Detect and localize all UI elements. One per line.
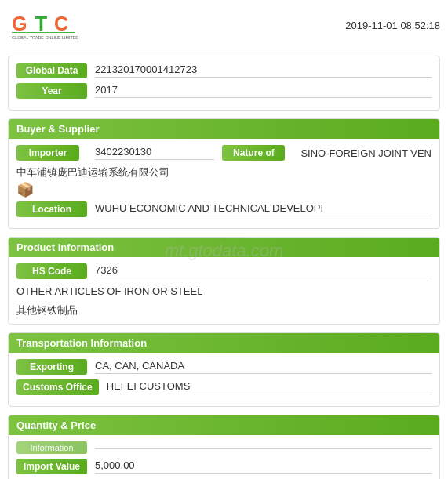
importer-label: Importer	[16, 145, 79, 161]
quantity-price-body: Information Import Value 5,000.00	[9, 435, 439, 479]
global-data-value: 221320170001412723	[95, 64, 432, 78]
importer-value: 3402230130	[95, 146, 214, 160]
hidden-info-label: Information	[16, 441, 87, 454]
buyer-supplier-body: Importer 3402230130 Nature of SINO-FOREI…	[9, 139, 439, 228]
importer-row: Importer 3402230130 Nature of SINO-FOREI…	[16, 145, 432, 161]
exporting-row: Exporting CA, CAN, CANADA	[16, 359, 432, 375]
year-label: Year	[16, 83, 87, 99]
logo-area: G T C GLOBAL TRADE ONLINE LIMITED	[8, 8, 86, 43]
hs-code-label: HS Code	[16, 263, 87, 279]
company-name: 中车浦镇庞巴迪运输系统有限公司	[16, 165, 432, 180]
transportation-section: Transportation Information Exporting CA,…	[8, 332, 440, 407]
import-value-label: Import Value	[16, 459, 87, 474]
product-info-section: Product Information HS Code 7326 OTHER A…	[8, 237, 440, 325]
nature-label: Nature of	[222, 145, 285, 161]
nature-value: SINO-FOREIGN JOINT VEN	[300, 147, 432, 159]
location-label: Location	[16, 201, 87, 217]
global-data-body: Global Data 221320170001412723 Year 2017	[9, 56, 439, 110]
import-value-row: Import Value 5,000.00	[16, 459, 432, 474]
global-data-row: Global Data 221320170001412723	[16, 63, 432, 78]
product-info-body: HS Code 7326 OTHER ARTICLES OF IRON OR S…	[9, 257, 439, 324]
year-value: 2017	[95, 84, 432, 98]
hs-code-value: 7326	[95, 264, 432, 278]
svg-text:T: T	[35, 13, 48, 34]
buyer-supplier-header: Buyer & Supplier	[9, 119, 439, 139]
timestamp: 2019-11-01 08:52:18	[345, 20, 440, 31]
transportation-header: Transportation Information	[9, 333, 439, 353]
product-desc-en: OTHER ARTICLES OF IRON OR STEEL	[16, 284, 432, 299]
year-row: Year 2017	[16, 83, 432, 99]
product-info-header: Product Information	[9, 238, 439, 257]
svg-text:GLOBAL TRADE ONLINE LIMITED: GLOBAL TRADE ONLINE LIMITED	[12, 35, 78, 40]
svg-text:G: G	[12, 13, 27, 34]
customs-value: HEFEI CUSTOMS	[107, 380, 432, 394]
hs-code-row: HS Code 7326	[16, 263, 432, 279]
quantity-price-section: Quantity & Price Information Import Valu…	[8, 415, 440, 479]
page-header: G T C GLOBAL TRADE ONLINE LIMITED 2019-1…	[8, 8, 440, 48]
location-row: Location WUHU ECONOMIC AND TECHNICAL DEV…	[16, 201, 432, 217]
customs-label: Customs Office	[16, 379, 99, 395]
product-desc-cn: 其他钢铁制品	[16, 303, 432, 318]
exporting-value: CA, CAN, CANADA	[95, 360, 432, 374]
hidden-info-row: Information	[16, 441, 432, 454]
customs-row: Customs Office HEFEI CUSTOMS	[16, 379, 432, 395]
company-icon: 📦	[16, 181, 432, 198]
svg-text:C: C	[54, 13, 68, 34]
hidden-info-value	[95, 447, 432, 449]
import-value: 5,000.00	[95, 459, 432, 474]
global-data-label: Global Data	[16, 63, 87, 78]
logo-image: G T C GLOBAL TRADE ONLINE LIMITED	[8, 8, 86, 43]
transportation-body: Exporting CA, CAN, CANADA Customs Office…	[9, 353, 439, 406]
buyer-supplier-section: Buyer & Supplier Importer 3402230130 Nat…	[8, 118, 440, 229]
page-wrapper: mt.gtodata.com G T C GLOBAL TRADE ONLINE…	[0, 0, 448, 479]
location-value: WUHU ECONOMIC AND TECHNICAL DEVELOPI	[95, 202, 432, 216]
global-data-section: Global Data 221320170001412723 Year 2017	[8, 56, 440, 111]
exporting-label: Exporting	[16, 359, 87, 375]
quantity-price-header: Quantity & Price	[9, 415, 439, 435]
